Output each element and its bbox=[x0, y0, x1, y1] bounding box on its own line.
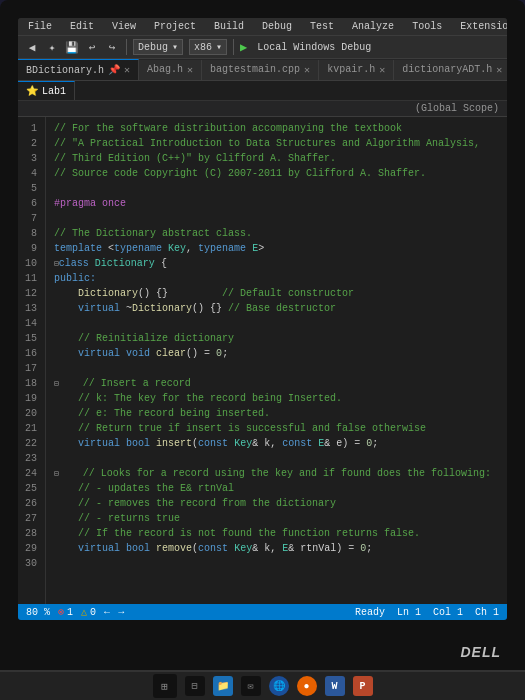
line-numbers: 12345 678910 1112131415 1617181920 21222… bbox=[18, 117, 46, 604]
toolbar-back-icon[interactable]: ◀ bbox=[24, 39, 40, 55]
toolbar-undo-icon[interactable]: ↩ bbox=[84, 39, 100, 55]
scope-bar: (Global Scope) bbox=[18, 101, 507, 117]
menu-test[interactable]: Test bbox=[306, 20, 338, 33]
line-indicator: Ln 1 bbox=[397, 607, 421, 618]
nav-back[interactable]: ← bbox=[104, 607, 110, 618]
chevron-down-icon-2: ▾ bbox=[216, 41, 222, 53]
menu-extensions[interactable]: Extensions bbox=[456, 20, 507, 33]
menu-edit[interactable]: Edit bbox=[66, 20, 98, 33]
taskbar-search-icon[interactable]: ⊟ bbox=[185, 676, 205, 696]
tab-bagtestmain-label: bagtestmain.cpp bbox=[210, 64, 300, 75]
close-bagtestmain-icon[interactable]: ✕ bbox=[304, 64, 310, 76]
tab-bdictionary[interactable]: BDictionary.h 📌 ✕ bbox=[18, 59, 139, 80]
warning-icon: △ bbox=[81, 606, 87, 618]
dell-logo: DELL bbox=[460, 644, 501, 660]
close-bdictionary-icon[interactable]: ✕ bbox=[124, 64, 130, 76]
toolbar-sep-2 bbox=[233, 39, 234, 55]
menu-debug[interactable]: Debug bbox=[258, 20, 296, 33]
ready-status: Ready bbox=[355, 607, 385, 618]
tab-abag-label: Abag.h bbox=[147, 64, 183, 75]
run-config-label: Local Windows Debug bbox=[257, 42, 371, 53]
toolbar: ◀ ✦ 💾 ↩ ↪ Debug ▾ x86 ▾ ▶ Local Windows … bbox=[18, 36, 507, 59]
tab-kvpair[interactable]: kvpair.h ✕ bbox=[319, 60, 394, 80]
debug-config-label: Debug bbox=[138, 42, 168, 53]
tab-bdictionary-label: BDictionary.h bbox=[26, 65, 104, 76]
code-area[interactable]: 12345 678910 1112131415 1617181920 21222… bbox=[18, 117, 507, 604]
toolbar-icon-group: ◀ ✦ 💾 ↩ ↪ bbox=[24, 39, 120, 55]
project-tab-bar: ⭐ Lab1 bbox=[18, 81, 507, 101]
tab-dictionaryadt[interactable]: dictionaryADT.h ✕ bbox=[394, 60, 507, 80]
tab-bagtestmain[interactable]: bagtestmain.cpp ✕ bbox=[202, 60, 319, 80]
zoom-value: 80 % bbox=[26, 607, 50, 618]
toolbar-redo-icon[interactable]: ↪ bbox=[104, 39, 120, 55]
ch-indicator: Ch 1 bbox=[475, 607, 499, 618]
error-icon: ⊗ bbox=[58, 606, 64, 618]
toolbar-save-icon[interactable]: 💾 bbox=[64, 39, 80, 55]
start-button[interactable]: ⊞ bbox=[153, 674, 177, 698]
toolbar-cursor-icon[interactable]: ✦ bbox=[44, 39, 60, 55]
platform-label: x86 bbox=[194, 42, 212, 53]
taskbar-browser2-icon[interactable]: ● bbox=[297, 676, 317, 696]
col-indicator: Col 1 bbox=[433, 607, 463, 618]
close-kvpair-icon[interactable]: ✕ bbox=[379, 64, 385, 76]
scope-label: (Global Scope) bbox=[415, 103, 499, 114]
zoom-level[interactable]: 80 % bbox=[26, 607, 50, 618]
status-left: 80 % ⊗ 1 △ 0 ← → bbox=[26, 606, 124, 618]
close-dictionaryadt-icon[interactable]: ✕ bbox=[496, 64, 502, 76]
status-right: Ready Ln 1 Col 1 Ch 1 bbox=[355, 607, 499, 618]
menu-bar: File Edit View Project Build Debug Test … bbox=[18, 18, 507, 36]
editor-status-bar: 80 % ⊗ 1 △ 0 ← → Ready Ln 1 Col 1 Ch 1 bbox=[18, 604, 507, 620]
menu-view[interactable]: View bbox=[108, 20, 140, 33]
laptop-bezel: File Edit View Project Build Debug Test … bbox=[0, 0, 525, 700]
taskbar-folder-icon[interactable]: 📁 bbox=[213, 676, 233, 696]
taskbar-mail-icon[interactable]: ✉ bbox=[241, 676, 261, 696]
code-editor[interactable]: // For the software distribution accompa… bbox=[46, 117, 507, 604]
keyboard-area: ⊞ ⊟ 📁 ✉ 🌐 ● W P bbox=[0, 670, 525, 700]
close-abag-icon[interactable]: ✕ bbox=[187, 64, 193, 76]
play-button[interactable]: ▶ bbox=[240, 40, 247, 55]
chevron-down-icon: ▾ bbox=[172, 41, 178, 53]
warning-count: 0 bbox=[90, 607, 96, 618]
platform-dropdown[interactable]: x86 ▾ bbox=[189, 39, 227, 55]
error-count: 1 bbox=[67, 607, 73, 618]
warning-indicator: △ 0 bbox=[81, 606, 96, 618]
taskbar-browser-icon[interactable]: 🌐 bbox=[269, 676, 289, 696]
menu-build[interactable]: Build bbox=[210, 20, 248, 33]
debug-config-dropdown[interactable]: Debug ▾ bbox=[133, 39, 183, 55]
tab-dictionaryadt-label: dictionaryADT.h bbox=[402, 64, 492, 75]
screen-area: File Edit View Project Build Debug Test … bbox=[18, 18, 507, 620]
nav-fwd[interactable]: → bbox=[118, 607, 124, 618]
error-indicator: ⊗ 1 bbox=[58, 606, 73, 618]
tab-kvpair-label: kvpair.h bbox=[327, 64, 375, 75]
menu-project[interactable]: Project bbox=[150, 20, 200, 33]
tab-bar: BDictionary.h 📌 ✕ Abag.h ✕ bagtestmain.c… bbox=[18, 59, 507, 81]
tab-lab1-label: Lab1 bbox=[42, 86, 66, 97]
tab-abag[interactable]: Abag.h ✕ bbox=[139, 60, 202, 80]
menu-file[interactable]: File bbox=[24, 20, 56, 33]
tab-lab1-icon: ⭐ bbox=[26, 85, 38, 97]
tab-pin-icon: 📌 bbox=[108, 64, 120, 76]
taskbar-word-icon[interactable]: W bbox=[325, 676, 345, 696]
tab-lab1[interactable]: ⭐ Lab1 bbox=[18, 81, 75, 100]
menu-analyze[interactable]: Analyze bbox=[348, 20, 398, 33]
toolbar-sep-1 bbox=[126, 39, 127, 55]
menu-tools[interactable]: Tools bbox=[408, 20, 446, 33]
taskbar-powerpoint-icon[interactable]: P bbox=[353, 676, 373, 696]
